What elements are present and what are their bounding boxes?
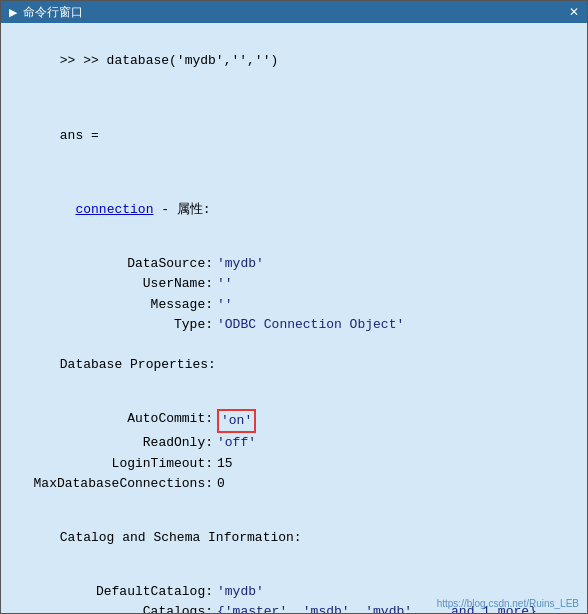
- command-line: >> >> database('mydb','',''): [13, 31, 575, 91]
- connection-indent: [60, 202, 76, 217]
- connection-link[interactable]: connection: [75, 202, 153, 217]
- prop-name-defaultcatalog: DefaultCatalog:: [13, 582, 213, 602]
- prop-val-defaultcatalog: 'mydb': [217, 582, 264, 602]
- blank-3: [13, 240, 575, 254]
- connection-suffix: - 属性:: [153, 202, 210, 217]
- prop-logintimeout: LoginTimeout: 15: [13, 454, 575, 474]
- prompt-symbol: >>: [60, 53, 83, 68]
- db-props-label: Database Properties:: [13, 335, 575, 395]
- prop-name-autocommit: AutoCommit:: [13, 409, 213, 433]
- blank-2: [13, 166, 575, 180]
- prop-name-type: Type:: [13, 315, 213, 335]
- ans-line: ans =: [13, 105, 575, 165]
- blank-4: [13, 395, 575, 409]
- window-icon: ▶: [9, 6, 17, 19]
- catalog-label: Catalog and Schema Information:: [13, 508, 575, 568]
- prop-val-message: '': [217, 295, 233, 315]
- main-window: ▶ 命令行窗口 ✕ >> >> database('mydb','','') a…: [0, 0, 588, 614]
- prop-name-logintimeout: LoginTimeout:: [13, 454, 213, 474]
- prop-name-datasource: DataSource:: [13, 254, 213, 274]
- prop-val-username: '': [217, 274, 233, 294]
- autocommit-highlight: 'on': [217, 409, 256, 433]
- prop-maxdbconn: MaxDatabaseConnections: 0: [13, 474, 575, 494]
- title-bar-left: ▶ 命令行窗口: [9, 4, 83, 21]
- prop-name-username: UserName:: [13, 274, 213, 294]
- blank-1: [13, 91, 575, 105]
- prop-name-catalogs: Catalogs:: [13, 602, 213, 613]
- prop-type: Type: 'ODBC Connection Object': [13, 315, 575, 335]
- blank-6: [13, 568, 575, 582]
- prop-val-readonly: 'off': [217, 433, 256, 453]
- prop-val-maxdbconn: 0: [217, 474, 225, 494]
- title-bar: ▶ 命令行窗口 ✕: [1, 1, 587, 23]
- connection-line: connection - 属性:: [13, 180, 575, 240]
- prop-val-datasource: 'mydb': [217, 254, 264, 274]
- prop-name-readonly: ReadOnly:: [13, 433, 213, 453]
- close-icon[interactable]: ✕: [569, 5, 579, 19]
- prop-datasource: DataSource: 'mydb': [13, 254, 575, 274]
- blank-5: [13, 494, 575, 508]
- window-title: 命令行窗口: [23, 4, 83, 21]
- prop-username: UserName: '': [13, 274, 575, 294]
- prop-readonly: ReadOnly: 'off': [13, 433, 575, 453]
- prop-name-message: Message:: [13, 295, 213, 315]
- prop-message: Message: '': [13, 295, 575, 315]
- command-text: >> database('mydb','',''): [83, 53, 278, 68]
- prop-name-maxdbconn: MaxDatabaseConnections:: [13, 474, 213, 494]
- prop-val-type: 'ODBC Connection Object': [217, 315, 404, 335]
- prop-val-autocommit: 'on': [217, 409, 256, 433]
- prop-autocommit: AutoCommit: 'on': [13, 409, 575, 433]
- content-area: >> >> database('mydb','','') ans = conne…: [1, 23, 587, 613]
- prop-val-logintimeout: 15: [217, 454, 233, 474]
- watermark: https://blog.csdn.net/Ruins_LEB: [437, 598, 579, 609]
